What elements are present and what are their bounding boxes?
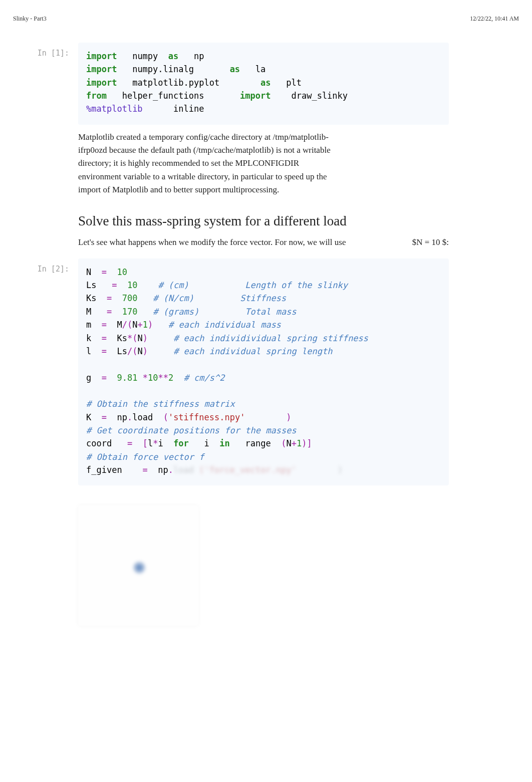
op-eq: = bbox=[102, 267, 107, 277]
comment: # Obtain the stiffness matrix bbox=[86, 399, 235, 409]
var: l bbox=[148, 438, 153, 448]
var: np bbox=[117, 412, 127, 422]
blurred-code: load bbox=[173, 465, 194, 475]
markdown-text: Let's see what happens when we modify th… bbox=[78, 236, 346, 249]
var: N bbox=[137, 346, 142, 356]
paren: ) bbox=[148, 320, 153, 330]
alias: la bbox=[255, 64, 265, 74]
prompt-empty bbox=[13, 129, 78, 203]
module-name: numpy.linalg bbox=[132, 64, 194, 74]
op-star: * bbox=[143, 373, 148, 383]
markdown-cell-1: Solve this mass-spring system for a diff… bbox=[13, 206, 519, 249]
var: i bbox=[158, 438, 163, 448]
page-header: Slinky - Part3 12/22/22, 10:41 AM bbox=[13, 15, 519, 23]
prompt-in-2: In [2]: bbox=[13, 258, 78, 486]
num: 170 bbox=[122, 307, 138, 317]
module-name: numpy bbox=[132, 51, 158, 61]
var: np bbox=[158, 465, 168, 475]
num: 2 bbox=[168, 373, 173, 383]
paren: ( bbox=[281, 438, 286, 448]
module-name: helper_functions bbox=[122, 91, 204, 101]
bracket: ] bbox=[307, 438, 312, 448]
op-div: / bbox=[122, 320, 127, 330]
op-plus: + bbox=[137, 320, 142, 330]
magic-percent: % bbox=[86, 104, 91, 114]
keyword-import: import bbox=[86, 64, 117, 74]
op-eq: = bbox=[112, 280, 117, 290]
comment: # (N/cm) Stiffness bbox=[153, 293, 286, 303]
string: 'stiffness.npy' bbox=[168, 412, 245, 422]
section-heading: Solve this mass-spring system for a diff… bbox=[78, 213, 449, 229]
keyword-import: import bbox=[240, 91, 271, 101]
fn: load bbox=[132, 412, 153, 422]
magic-name: matplotlib bbox=[91, 104, 142, 114]
paren: ) bbox=[143, 346, 148, 356]
var: Ls bbox=[117, 346, 127, 356]
keyword-import: import bbox=[86, 51, 117, 61]
paren: ) bbox=[143, 333, 148, 343]
bracket: [ bbox=[143, 438, 148, 448]
stderr-output: Matplotlib created a temporary config/ca… bbox=[78, 129, 339, 203]
var: i bbox=[204, 438, 209, 448]
output-cell-1: Matplotlib created a temporary config/ca… bbox=[13, 129, 519, 203]
var: m bbox=[86, 320, 91, 330]
code-cell-2: In [2]: N = 10 Ls = 10 # (cm) Length of … bbox=[13, 258, 519, 486]
alias: plt bbox=[286, 78, 302, 88]
blurred-plot-icon bbox=[133, 562, 145, 574]
paren: ( bbox=[132, 346, 137, 356]
op-pow: ** bbox=[158, 373, 168, 383]
paren: ) bbox=[286, 412, 291, 422]
var: M bbox=[86, 307, 91, 317]
comment: # (cm) Length of the slinky bbox=[158, 280, 348, 290]
fn: range bbox=[245, 438, 271, 448]
op-eq: = bbox=[102, 412, 107, 422]
var: M bbox=[117, 320, 122, 330]
comment: # each individividual spring stiffness bbox=[173, 333, 368, 343]
op-div: / bbox=[127, 346, 132, 356]
var: N bbox=[286, 438, 291, 448]
paren: ( bbox=[132, 333, 137, 343]
var: coord bbox=[86, 438, 112, 448]
var: l bbox=[86, 346, 91, 356]
paren: ) bbox=[302, 438, 307, 448]
op-star: * bbox=[127, 333, 132, 343]
magic-arg: inline bbox=[173, 104, 204, 114]
imported-name: draw_slinky bbox=[291, 91, 348, 101]
code-block-2[interactable]: N = 10 Ls = 10 # (cm) Length of the slin… bbox=[78, 258, 449, 486]
paren: ( bbox=[127, 320, 132, 330]
comment: # Obtain force vector f bbox=[86, 452, 204, 462]
num: 1 bbox=[143, 320, 148, 330]
paren: ( bbox=[163, 412, 168, 422]
prompt-in-1: In [1]: bbox=[13, 43, 78, 125]
keyword-from: from bbox=[86, 91, 107, 101]
code-cell-1: In [1]: import numpy as np import numpy.… bbox=[13, 43, 519, 125]
op-eq: = bbox=[127, 438, 132, 448]
blurred-code: ) bbox=[338, 465, 343, 475]
module-name: matplotlib.pyplot bbox=[132, 78, 219, 88]
doc-timestamp: 12/22/22, 10:41 AM bbox=[470, 15, 519, 23]
op-dot: . bbox=[127, 412, 132, 422]
code-block-1[interactable]: import numpy as np import numpy.linalg a… bbox=[78, 43, 449, 125]
op-star: * bbox=[153, 438, 158, 448]
var: Ks bbox=[86, 293, 96, 303]
var: K bbox=[86, 412, 91, 422]
comment: # (grams) Total mass bbox=[153, 307, 297, 317]
op-eq: = bbox=[102, 320, 107, 330]
alias: np bbox=[194, 51, 204, 61]
comment: # each individual spring length bbox=[173, 346, 332, 356]
comment: # Get coordinate positions for the masse… bbox=[86, 425, 297, 435]
num: 1 bbox=[297, 438, 302, 448]
notebook: In [1]: import numpy as np import numpy.… bbox=[13, 43, 519, 626]
num: 10 bbox=[148, 373, 158, 383]
markdown-paragraph: Let's see what happens when we modify th… bbox=[78, 236, 449, 249]
op-eq: = bbox=[143, 465, 148, 475]
num: 10 bbox=[117, 267, 127, 277]
keyword-as: as bbox=[230, 64, 240, 74]
var: Ks bbox=[117, 333, 127, 343]
keyword-as: as bbox=[260, 78, 271, 88]
keyword-in: in bbox=[219, 438, 229, 448]
num: 9.81 bbox=[117, 373, 137, 383]
num: 700 bbox=[122, 293, 138, 303]
var: Ls bbox=[86, 280, 96, 290]
num: 10 bbox=[127, 280, 137, 290]
